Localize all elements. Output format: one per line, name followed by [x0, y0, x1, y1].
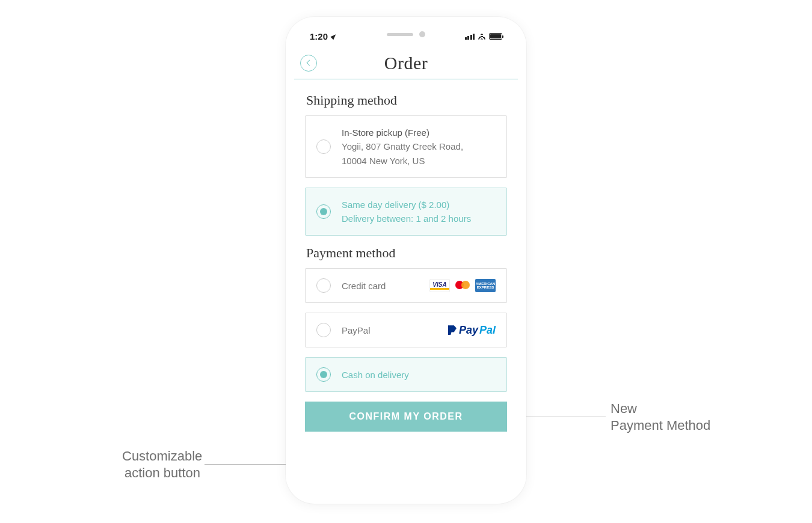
phone-frame: 1:20 Order	[286, 17, 526, 504]
annotation-text: action button	[125, 465, 200, 480]
shipping-option-title: Same day delivery ($ 2.00)	[342, 198, 496, 212]
annotation-new-payment-method: New Payment Method	[611, 400, 731, 433]
payment-option-creditcard[interactable]: Credit card VISA AMERICAN EXPRESS	[305, 268, 507, 303]
shipping-option-line: Delivery between: 1 and 2 hours	[342, 212, 496, 225]
radio-icon	[316, 323, 331, 337]
amex-icon: AMERICAN EXPRESS	[475, 279, 496, 292]
chevron-left-icon	[306, 60, 312, 66]
phone-notch	[387, 31, 425, 37]
shipping-option-text: Same day delivery ($ 2.00) Delivery betw…	[342, 198, 496, 226]
shipping-section-title: Shipping method	[306, 93, 507, 108]
payment-option-label: Cash on delivery	[342, 368, 496, 382]
phone-screen: 1:20 Order	[294, 25, 518, 495]
shipping-option-sameday[interactable]: Same day delivery ($ 2.00) Delivery betw…	[305, 188, 507, 236]
shipping-option-instore[interactable]: In-Store pickup (Free) Yogii, 807 Gnatty…	[305, 115, 507, 178]
nav-header: Order	[294, 47, 518, 79]
phone-camera	[419, 31, 425, 37]
shipping-option-line: 10004 New York, US	[342, 154, 496, 168]
card-logos: VISA AMERICAN EXPRESS	[429, 279, 496, 292]
radio-icon	[316, 204, 331, 219]
payment-option-paypal[interactable]: PayPal PayPal	[305, 313, 507, 347]
payment-section-title: Payment method	[306, 245, 507, 261]
radio-icon	[316, 139, 331, 154]
wifi-icon	[478, 33, 486, 40]
annotation-text: New	[611, 401, 637, 416]
annotation-text: Payment Method	[611, 418, 710, 433]
signal-icon	[465, 33, 475, 40]
phone-speaker	[387, 33, 413, 36]
page-title: Order	[384, 53, 428, 73]
paypal-icon: PayPal	[448, 324, 496, 337]
location-icon	[330, 32, 337, 39]
battery-icon	[489, 33, 502, 40]
status-bar: 1:20	[294, 25, 518, 47]
order-content: Shipping method In-Store pickup (Free) Y…	[294, 79, 518, 432]
annotation-text: Customizable	[122, 448, 202, 463]
status-time-text: 1:20	[310, 31, 328, 41]
radio-icon	[316, 367, 331, 382]
payment-option-cash[interactable]: Cash on delivery	[305, 357, 507, 392]
radio-icon	[316, 278, 331, 293]
status-time: 1:20	[310, 31, 337, 41]
shipping-option-title: In-Store pickup (Free)	[342, 126, 496, 139]
shipping-option-text: In-Store pickup (Free) Yogii, 807 Gnatty…	[342, 126, 496, 168]
payment-option-label: PayPal	[342, 323, 437, 337]
back-button[interactable]	[300, 55, 317, 72]
confirm-order-button[interactable]: CONFIRM MY ORDER	[305, 402, 507, 432]
shipping-option-line: Yogii, 807 Gnatty Creek Road,	[342, 139, 496, 153]
mastercard-icon	[452, 279, 473, 292]
annotation-customizable-button: Customizable action button	[122, 448, 200, 481]
visa-icon: VISA	[429, 279, 450, 292]
payment-option-label: Credit card	[342, 279, 419, 293]
